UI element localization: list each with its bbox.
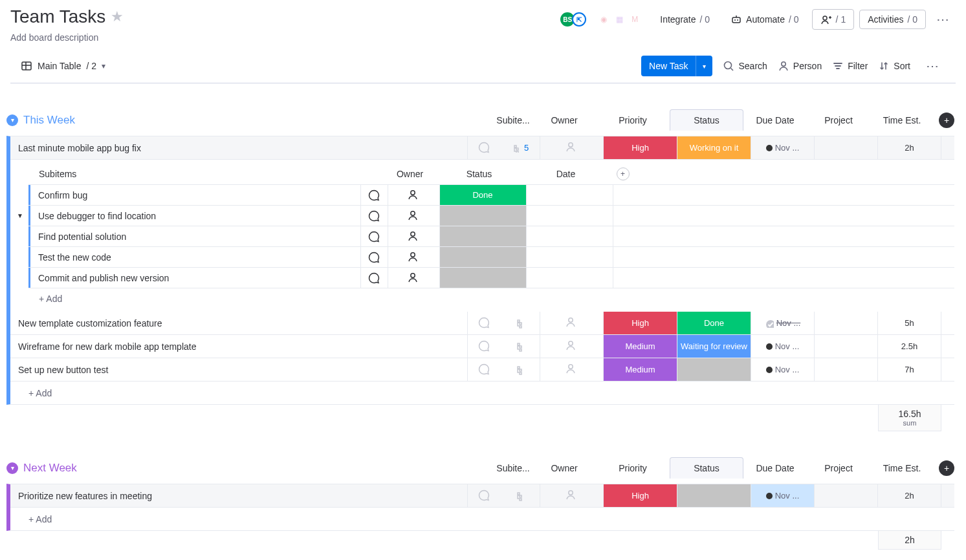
project-cell[interactable] xyxy=(815,358,878,381)
col-time[interactable]: Time Est. xyxy=(870,115,934,125)
conversation-cell[interactable] xyxy=(468,484,501,507)
subitem-status[interactable] xyxy=(440,206,527,226)
view-switcher[interactable]: Main Table / 2 ▾ xyxy=(21,60,105,72)
subitem-conversation[interactable] xyxy=(361,268,388,288)
subitem-row[interactable]: ▼ Use debugger to find location xyxy=(28,206,954,226)
due-cell[interactable]: Nov ... xyxy=(751,358,815,381)
priority-cell[interactable]: High xyxy=(604,312,677,334)
search-button[interactable]: Search xyxy=(723,60,767,72)
add-column-button[interactable]: + xyxy=(939,113,954,128)
priority-cell[interactable]: High xyxy=(604,484,677,507)
board-menu-icon[interactable]: ⋯ xyxy=(931,12,956,27)
col-subitems[interactable]: Subite... xyxy=(494,115,532,125)
status-cell[interactable]: Working on it xyxy=(677,136,751,159)
subitem-name[interactable]: Test the new code xyxy=(30,247,361,267)
integrate-button[interactable]: Integrate/ 0 xyxy=(652,10,718,28)
add-sub-column-button[interactable]: + xyxy=(617,167,630,180)
project-cell[interactable] xyxy=(815,312,878,334)
task-row[interactable]: Prioritize new features in meeting High … xyxy=(10,484,954,508)
priority-cell[interactable]: High xyxy=(604,136,677,159)
time-cell[interactable]: 5h xyxy=(878,312,941,334)
subitem-row[interactable]: Confirm bug Done xyxy=(28,185,954,206)
subitem-owner[interactable] xyxy=(388,268,440,288)
collapse-group-button[interactable]: ▾ xyxy=(6,114,18,126)
activities-button[interactable]: Activities/ 0 xyxy=(859,10,926,29)
due-cell[interactable]: Nov ... xyxy=(751,136,815,159)
task-name[interactable]: Wireframe for new dark mobile app templa… xyxy=(10,335,468,358)
time-cell[interactable]: 2h xyxy=(878,136,941,159)
favorite-star-icon[interactable]: ★ xyxy=(111,8,124,25)
conversation-cell[interactable] xyxy=(468,136,501,159)
due-cell[interactable]: Nov ... xyxy=(751,484,815,507)
conversation-cell[interactable] xyxy=(468,335,501,358)
automate-button[interactable]: Automate/ 0 xyxy=(723,10,807,29)
task-name[interactable]: New template customization feature xyxy=(10,312,468,334)
due-cell[interactable]: Nov ... xyxy=(751,312,815,334)
subitems-cell[interactable] xyxy=(501,484,540,507)
status-cell[interactable]: Done xyxy=(677,312,751,334)
col-time[interactable]: Time Est. xyxy=(870,463,934,473)
subitem-name[interactable]: Confirm bug xyxy=(30,185,361,205)
invite-button[interactable]: / 1 xyxy=(812,9,855,30)
status-cell[interactable] xyxy=(677,358,751,381)
subitem-row[interactable]: Find potential solution xyxy=(28,226,954,247)
task-name[interactable]: Last minute mobile app bug fix xyxy=(10,136,468,159)
owner-cell[interactable] xyxy=(540,312,604,334)
task-name[interactable]: Set up new button test xyxy=(10,358,468,381)
subitem-date[interactable] xyxy=(527,226,613,246)
integration-apps[interactable]: ◉ ▦ M xyxy=(597,12,642,27)
project-cell[interactable] xyxy=(815,136,878,159)
col-due[interactable]: Due Date xyxy=(743,463,807,473)
subitem-status[interactable] xyxy=(440,247,527,267)
subitem-conversation[interactable] xyxy=(361,206,388,226)
subitem-conversation[interactable] xyxy=(361,226,388,246)
subitem-name[interactable]: Use debugger to find location xyxy=(30,206,361,226)
subitems-cell[interactable] xyxy=(501,335,540,358)
add-subitem-button[interactable]: + Add xyxy=(28,288,954,304)
owner-cell[interactable] xyxy=(540,358,604,381)
task-name[interactable]: Prioritize new features in meeting xyxy=(10,484,468,507)
subitem-status[interactable] xyxy=(440,268,527,288)
add-task-button[interactable]: + Add xyxy=(6,382,954,405)
board-description[interactable]: Add board description xyxy=(10,32,124,43)
due-cell[interactable]: Nov ... xyxy=(751,335,815,358)
task-row[interactable]: New template customization feature High … xyxy=(10,312,954,335)
caret-icon[interactable]: ▼ xyxy=(17,212,23,219)
subitem-owner[interactable] xyxy=(388,226,440,246)
subitem-date[interactable] xyxy=(527,185,613,205)
col-priority[interactable]: Priority xyxy=(596,463,670,473)
filter-button[interactable]: Filter xyxy=(832,60,868,72)
subitem-owner[interactable] xyxy=(388,247,440,267)
subitem-date[interactable] xyxy=(527,268,613,288)
subitem-name[interactable]: Commit and publish new version xyxy=(30,268,361,288)
subitem-owner[interactable] xyxy=(388,185,440,205)
subitem-status[interactable] xyxy=(440,226,527,246)
group-title[interactable]: Next Week xyxy=(23,462,77,475)
subitem-status[interactable]: Done xyxy=(440,185,527,205)
project-cell[interactable] xyxy=(815,484,878,507)
collapse-group-button[interactable]: ▾ xyxy=(6,462,18,474)
col-owner[interactable]: Owner xyxy=(532,463,596,473)
priority-cell[interactable]: Medium xyxy=(604,358,677,381)
new-task-button[interactable]: New Task ▾ xyxy=(641,56,712,76)
owner-cell[interactable] xyxy=(540,136,604,159)
status-cell[interactable] xyxy=(677,484,751,507)
task-row[interactable]: Last minute mobile app bug fix 5 High Wo… xyxy=(10,136,954,160)
subitem-row[interactable]: Commit and publish new version xyxy=(28,268,954,288)
task-row[interactable]: Wireframe for new dark mobile app templa… xyxy=(10,335,954,358)
task-row[interactable]: Set up new button test Medium Nov ... 7h xyxy=(10,358,954,382)
board-title[interactable]: Team Tasks xyxy=(10,6,105,27)
col-status[interactable]: Status xyxy=(670,109,743,131)
owner-cell[interactable] xyxy=(540,335,604,358)
view-menu-icon[interactable]: ⋯ xyxy=(921,58,945,74)
conversation-cell[interactable] xyxy=(468,312,501,334)
add-column-button[interactable]: + xyxy=(939,460,954,476)
subitem-conversation[interactable] xyxy=(361,185,388,205)
sub-col-name[interactable]: Subitems xyxy=(28,169,357,179)
sub-col-owner[interactable]: Owner xyxy=(384,169,436,179)
priority-cell[interactable]: Medium xyxy=(604,335,677,358)
add-task-button[interactable]: + Add xyxy=(6,508,954,531)
sort-button[interactable]: Sort xyxy=(878,60,910,72)
col-subitems[interactable]: Subite... xyxy=(494,463,532,473)
subitems-cell[interactable]: 5 xyxy=(501,136,540,159)
